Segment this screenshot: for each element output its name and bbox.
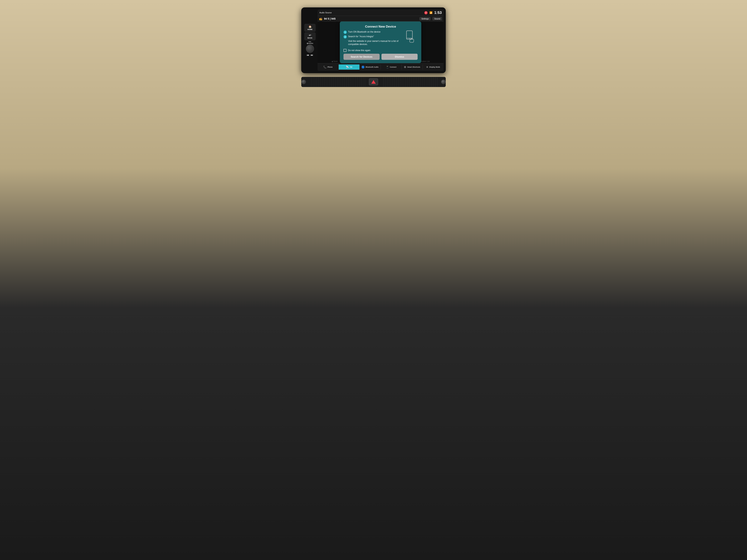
station-display: 94 5 | 945 <box>324 17 418 20</box>
nav-item-fm[interactable]: 📡 FM <box>339 64 360 70</box>
svg-point-2 <box>409 38 410 39</box>
connect-device-dialog: Connect New Device 1 Turn ON Bluetooth o… <box>340 22 421 63</box>
header-bar: Audio Source 2 📶 1:53 <box>317 10 443 16</box>
nav-display-mode-label: Display Mode <box>429 66 440 68</box>
clock-display: 1:53 <box>434 10 442 15</box>
vent-knob-right[interactable] <box>441 80 445 84</box>
header-right: 2 📶 1:53 <box>424 10 442 15</box>
nav-item-display-mode[interactable]: ✳ Display Mode <box>423 64 444 70</box>
do-not-show-row: Do not show this again <box>343 49 418 52</box>
settings-button[interactable]: Settings <box>419 17 431 20</box>
step2-badge: 2 <box>343 35 347 38</box>
transport-controls: ⏮ ⏭ <box>307 54 313 56</box>
dismiss-button[interactable]: Dismiss <box>382 54 418 60</box>
nav-item-bluetooth-audio[interactable]: 🔵 Bluetooth Audio <box>360 64 381 70</box>
nav-connect-label: Connect <box>390 66 396 68</box>
head-unit: 🏠 HOME ↩ BACK VOL⏻ AUDIO ⏮ ⏭ Audio Sourc… <box>301 7 446 73</box>
step2-text: Search for "Acura Integra" <box>348 35 374 38</box>
sound-button[interactable]: Sound <box>432 17 442 20</box>
nav-item-phone[interactable]: 📞 Phone <box>317 64 339 70</box>
volume-control: VOL⏻ AUDIO <box>306 41 314 53</box>
hazard-button[interactable] <box>369 78 378 85</box>
smart-shortcuts-icon: ⚙ <box>404 65 406 69</box>
dashboard: 🏠 HOME ↩ BACK VOL⏻ AUDIO ⏮ ⏭ Audio Sourc… <box>0 0 747 560</box>
display-mode-icon: ✳ <box>426 65 428 69</box>
modal-buttons: Search for Devices Dismiss <box>343 54 418 60</box>
vol-label: VOL⏻ AUDIO <box>307 41 313 44</box>
instruction-extra: Visit the website in your owner's manual… <box>343 39 403 46</box>
signal-icon: 📶 <box>430 11 432 14</box>
sub-header: 📻 94 5 | 945 Settings Sound <box>317 16 443 22</box>
nav-fm-label: FM <box>350 66 352 68</box>
vent-knob-left[interactable] <box>302 80 306 84</box>
extra-instruction-text: Visit the website in your owner's manual… <box>348 39 403 46</box>
do-not-show-label: Do not show this again <box>348 49 370 52</box>
back-button[interactable]: ↩ BACK <box>304 32 315 40</box>
infotainment-screen: Audio Source 2 📶 1:53 📻 94 5 | 945 Setti… <box>317 10 443 71</box>
bluetooth-icon: 🔵 <box>361 65 365 69</box>
instruction-step2: 2 Search for "Acura Integra" <box>343 35 403 38</box>
home-button[interactable]: 🏠 HOME <box>304 24 315 32</box>
nav-bluetooth-label: Bluetooth Audio <box>365 66 379 68</box>
main-content: ◀ Seek Tune Scan Station List Connect Ne… <box>317 22 443 63</box>
step1-badge: 1 <box>343 31 347 34</box>
do-not-show-checkbox[interactable] <box>343 49 346 52</box>
volume-knob[interactable] <box>306 45 314 53</box>
nav-item-smart-shortcuts[interactable]: ⚙ Smart Shortcuts <box>402 64 423 70</box>
prev-button[interactable]: ⏮ <box>307 54 309 56</box>
modal-instructions: 1 Turn ON Bluetooth on the device 2 Sear… <box>343 30 403 47</box>
audio-source-label: Audio Source <box>319 11 332 14</box>
phone-icon: 📞 <box>323 65 327 69</box>
next-button[interactable]: ⏭ <box>311 54 313 56</box>
instruction-step1: 1 Turn ON Bluetooth on the device <box>343 30 403 34</box>
connect-icon: 📱 <box>386 65 389 69</box>
left-controls: 🏠 HOME ↩ BACK VOL⏻ AUDIO ⏮ ⏭ <box>304 24 316 56</box>
vent-grid-right <box>382 77 437 87</box>
bottom-nav: 📞 Phone 📡 FM 🔵 Bluetooth Audio 📱 Connect… <box>317 63 443 71</box>
fm-icon: 📡 <box>346 65 349 69</box>
dashboard-lower <box>301 77 446 87</box>
search-devices-button[interactable]: Search for Devices <box>343 54 380 60</box>
nav-smart-shortcuts-label: Smart Shortcuts <box>407 66 420 68</box>
step1-text: Turn ON Bluetooth on the device <box>348 30 380 33</box>
radio-icon: 📻 <box>319 17 322 20</box>
vent-section <box>301 77 446 87</box>
nav-phone-label: Phone <box>327 66 333 68</box>
modal-body: 1 Turn ON Bluetooth on the device 2 Sear… <box>343 30 418 47</box>
hazard-triangle-icon <box>371 80 376 84</box>
vent-grid-left <box>310 77 365 87</box>
device-icon <box>405 30 418 43</box>
nav-item-connect[interactable]: 📱 Connect <box>381 64 402 70</box>
modal-title: Connect New Device <box>343 25 418 28</box>
notification-badge: 2 <box>424 11 428 15</box>
